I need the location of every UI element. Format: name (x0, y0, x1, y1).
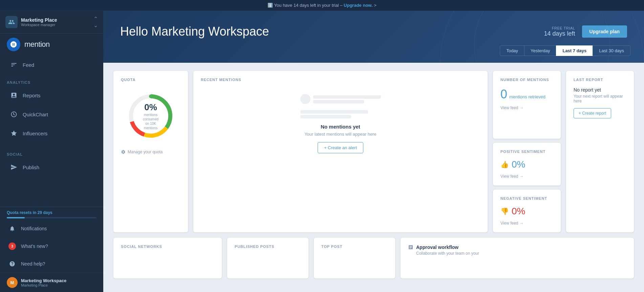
approval-title: Approval workflow (416, 245, 479, 250)
mention-label: mention (24, 40, 50, 49)
quota-donut: 0% mentions consumedon 10K mentions (125, 91, 176, 141)
notifications-icon (7, 223, 18, 234)
banner-icon: ℹ️ (267, 3, 273, 8)
quota-reset-text: Quota resets in 29 days (7, 210, 96, 215)
workspace-icon (5, 16, 18, 28)
top-post-title: TOP POST (321, 245, 388, 249)
sidebar-item-influencers[interactable]: Influencers (0, 124, 103, 143)
mentions-empty: No mentions yet Your latest mentions wil… (201, 87, 480, 160)
sidebar: Marketing Place Workspace manager ⌃⌄ men… (0, 11, 103, 292)
time-btn-yesterday[interactable]: Yesterday (524, 45, 556, 56)
notifications-label: Notifications (21, 226, 47, 231)
top-banner: ℹ️ You have 14 days left in your trial –… (0, 0, 644, 11)
social-networks-card: SOCIAL NETWORKS (113, 238, 222, 278)
sidebar-item-notifications[interactable]: Notifications (0, 220, 103, 237)
quota-chart-wrapper: 0% mentions consumedon 10K mentions (121, 87, 180, 147)
published-posts-card: PUBLISHED POSTS (227, 238, 308, 278)
social-section: SOCIAL Publish (0, 146, 103, 180)
workspace-info: Marketing Place Workspace manager (21, 17, 93, 27)
view-feed-link-positive[interactable]: View feed → (500, 174, 553, 179)
quota-progress-fill (7, 217, 25, 218)
approval-sub: Collaborate with your team on your (416, 251, 479, 256)
time-filter: Today Yesterday Last 7 days Last 30 days (103, 39, 644, 56)
create-alert-button[interactable]: + Create an alert (318, 142, 363, 153)
analytics-label: ANALYTICS (0, 78, 103, 86)
published-posts-title: PUBLISHED POSTS (235, 245, 301, 249)
create-report-button[interactable]: + Create report (574, 108, 611, 118)
no-report-sub: Your next report will appear here (574, 94, 626, 103)
social-networks-title: SOCIAL NETWORKS (121, 245, 214, 249)
publish-icon (8, 161, 20, 173)
hero-inner: Hello Marketing Workspace FREE TRIAL 14 … (103, 11, 644, 39)
mentions-placeholder (300, 94, 381, 118)
sidebar-item-feed[interactable]: Feed (0, 55, 103, 74)
dashboard: QUOTA (103, 63, 644, 292)
analytics-section: ANALYTICS Reports QuickChart Influencers (0, 74, 103, 146)
sidebar-item-mention[interactable]: mention (0, 34, 103, 55)
hero-title: Hello Marketing Workspace (120, 24, 269, 39)
thumbs-down-icon: 👎 (500, 207, 509, 215)
quickchart-label: QuickChart (23, 112, 48, 117)
no-report-title: No report yet (574, 87, 626, 93)
manage-quota-link[interactable]: Manage your quota (121, 150, 180, 154)
quota-days: 29 days (38, 210, 52, 215)
no-mentions-title: No mentions yet (321, 124, 360, 130)
quota-center: 0% mentions consumedon 10K mentions (138, 102, 164, 130)
approval-workflow-card: Approval workflow Collaborate with your … (401, 238, 634, 278)
quota-percentage: 0% (138, 102, 164, 113)
social-label: SOCIAL (0, 150, 103, 158)
sidebar-item-publish[interactable]: Publish (0, 158, 103, 177)
feed-icon (8, 59, 20, 71)
main-content: Hello Marketing Workspace FREE TRIAL 14 … (103, 11, 644, 292)
quota-progress-bar (7, 217, 96, 218)
positive-sentiment-card: POSITIVE SENTIMENT 👍 0% View feed → (493, 143, 561, 186)
quota-card-title: QUOTA (121, 78, 180, 82)
negative-sentiment-title: NEGATIVE SENTIMENT (500, 196, 553, 200)
time-btn-last30[interactable]: Last 30 days (593, 45, 630, 56)
free-trial-info: FREE TRIAL 14 days left (544, 26, 575, 37)
quota-sub-label: mentions consumedon 10K mentions (138, 113, 164, 130)
hero-right: FREE TRIAL 14 days left Upgrade plan (544, 25, 627, 38)
time-btn-last7[interactable]: Last 7 days (556, 45, 593, 56)
mentions-retrieved: mentions retrieved (509, 94, 545, 99)
recent-mentions-card: RECENT MENTIONS (193, 71, 488, 232)
hero-wrapper: Hello Marketing Workspace FREE TRIAL 14 … (103, 11, 644, 63)
upgrade-now-link[interactable]: Upgrade now. (344, 3, 372, 8)
no-mentions-sub: Your latest mentions will appear here (304, 132, 377, 137)
positive-sentiment-title: POSITIVE SENTIMENT (500, 150, 553, 154)
view-feed-link-mentions[interactable]: View feed → (500, 105, 553, 110)
sidebar-item-reports[interactable]: Reports (0, 86, 103, 105)
svg-point-4 (149, 95, 152, 98)
user-name: Marketing Workspace (21, 278, 66, 283)
number-of-mentions-card: NUMBER OF MENTIONS 0 mentions retrieved … (493, 71, 561, 139)
last-report-card: LAST REPORT No report yet Your next repo… (566, 71, 634, 232)
free-trial-days: 14 days left (544, 30, 575, 37)
sidebar-item-whats-new[interactable]: 3 What's new? (0, 237, 103, 255)
cards-row-1: QUOTA (113, 71, 634, 232)
number-mentions-title: NUMBER OF MENTIONS (500, 78, 553, 82)
need-help-label: Need help? (21, 261, 45, 267)
feed-label: Feed (23, 62, 34, 68)
upgrade-plan-button[interactable]: Upgrade plan (582, 25, 627, 38)
mentions-count: 0 (500, 87, 507, 101)
view-feed-link-negative[interactable]: View feed → (500, 221, 553, 226)
user-profile[interactable]: M Marketing Workspace Marketing Place (0, 273, 103, 292)
chevron-icon: ⌃⌄ (93, 16, 98, 28)
quickchart-icon (8, 108, 20, 120)
workspace-header[interactable]: Marketing Place Workspace manager ⌃⌄ (0, 11, 103, 34)
positive-sentiment-value: 👍 0% (500, 159, 553, 170)
negative-sentiment-card: NEGATIVE SENTIMENT 👎 0% View feed → (493, 190, 561, 232)
sidebar-item-quickchart[interactable]: QuickChart (0, 105, 103, 124)
whats-new-label: What's new? (21, 244, 48, 249)
user-avatar: M (7, 277, 18, 288)
influencers-label: Influencers (23, 131, 47, 136)
quota-card: QUOTA (113, 71, 188, 232)
time-btn-today[interactable]: Today (500, 45, 524, 56)
sidebar-item-need-help[interactable]: Need help? (0, 255, 103, 273)
top-post-card: TOP POST (314, 238, 395, 278)
banner-text: You have 14 days left in your trial – (274, 3, 343, 8)
thumbs-up-icon: 👍 (500, 160, 509, 169)
number-sentiment-col: NUMBER OF MENTIONS 0 mentions retrieved … (493, 71, 561, 232)
approval-icon (408, 245, 413, 251)
reports-icon (8, 89, 20, 101)
